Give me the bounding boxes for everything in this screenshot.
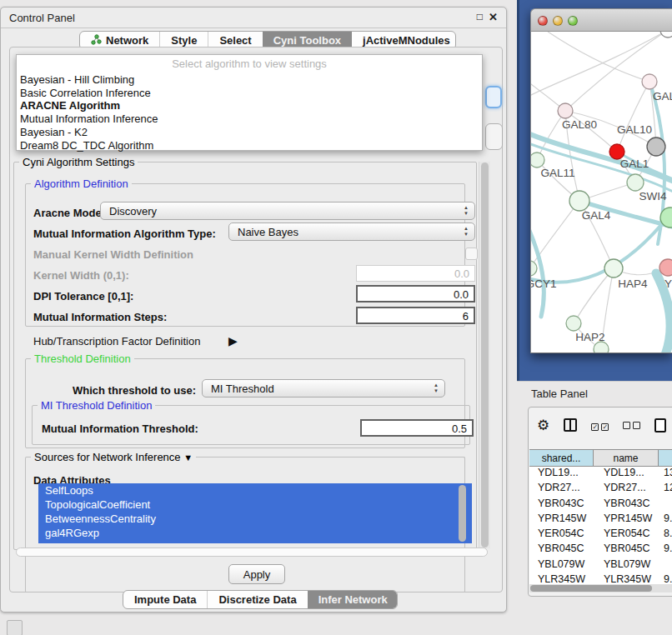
table-panel-title: Table Panel (531, 388, 588, 400)
network-node[interactable] (642, 74, 657, 89)
kernel-width-label: Kernel Width (0,1): (33, 269, 129, 282)
attribute-item[interactable]: SelfLoops (38, 483, 472, 498)
close-window-icon[interactable]: ✕ (489, 11, 498, 23)
tab-label: Network (106, 34, 148, 47)
table-horizontal-scrollbar[interactable] (529, 584, 672, 592)
tab-label: Select (219, 34, 251, 47)
unchecked-boxes-icon[interactable] (623, 418, 640, 432)
network-node[interactable] (627, 174, 644, 191)
cell-value: 13 (659, 467, 672, 482)
checkbox-glyph: ✓ (591, 423, 599, 431)
cell-shared-name: YDL19... (529, 467, 594, 482)
tab-label: Style (171, 34, 197, 47)
float-window-icon[interactable]: □ (477, 11, 483, 22)
table-row[interactable]: YBL079WYBL079W (529, 558, 672, 573)
settings-vertical-scrollbar[interactable] (479, 162, 490, 548)
network-node[interactable] (531, 261, 537, 276)
cell-shared-name: YPR145W (529, 512, 594, 528)
table-row[interactable]: YLR345WYLR345W9. (529, 573, 672, 584)
dropdown-item[interactable]: Mutual Information Inference (17, 112, 482, 126)
cell-name: YDR27... (594, 482, 659, 497)
cell-value: 12 (659, 482, 672, 497)
network-node[interactable] (660, 32, 672, 38)
network-window-titlebar[interactable] (530, 8, 672, 32)
mi-type-select[interactable]: Naive Bayes ▲▼ (228, 222, 475, 241)
attribute-item[interactable]: TopologicalCoefficient (38, 498, 472, 512)
tab-infer-network[interactable]: Infer Network (308, 591, 398, 608)
which-threshold-select[interactable]: MI Threshold ▲▼ (202, 379, 445, 398)
network-node[interactable] (647, 138, 665, 156)
table-rows: YDL19...YDL19...13YDR27...YDR27...12YBR0… (529, 467, 672, 584)
hub-definition-label[interactable]: Hub/Transcription Factor Definition (33, 335, 200, 348)
threshold-definition-title: Threshold Definition (31, 352, 134, 365)
panel-divider (517, 381, 672, 382)
table-row[interactable]: YDR27...YDR27...12 (529, 482, 672, 497)
table-row[interactable]: YER054CYER054C8. (529, 528, 672, 542)
column-header-a[interactable]: A (659, 449, 672, 467)
tab-label: jActiveMNodules (363, 34, 450, 47)
kernel-width-field[interactable]: 0.0 (356, 265, 475, 282)
network-node[interactable] (594, 342, 609, 353)
control-panel-window: Control Panel □ ✕ NetworkStyleSelectCyni… (0, 7, 507, 612)
network-view[interactable]: GAL80GALGAL10GAL1GAL11SWI4GAL4GCY1HAP4YH… (530, 32, 672, 353)
split-columns-icon[interactable] (564, 418, 577, 432)
dropdown-item[interactable]: Basic Correlation Inference (17, 87, 482, 100)
mi-threshold-label: Mutual Information Threshold: (42, 422, 198, 435)
tab-impute-data[interactable]: Impute Data (123, 591, 207, 608)
table-panel: ⚙ ✓✓ shared...nameA YDL19...YDL19...13YD… (528, 407, 672, 597)
cyni-settings-group-title: Cyni Algorithm Settings (19, 156, 138, 168)
network-edge (548, 32, 649, 82)
table-row[interactable]: YBR043CYBR043C (529, 498, 672, 512)
table-row[interactable]: YPR145WYPR145W9. (529, 512, 672, 528)
network-node[interactable] (558, 103, 573, 118)
mi-threshold-field[interactable]: 0.5 (360, 419, 474, 437)
bottom-left-icon[interactable] (7, 620, 23, 635)
cell-name: YBR045C (594, 542, 659, 558)
network-node[interactable] (569, 191, 589, 211)
gear-icon[interactable]: ⚙ (537, 418, 549, 432)
dropdown-item[interactable]: Bayesian - Hill Climbing (17, 73, 482, 87)
data-attributes-list[interactable]: SelfLoopsTopologicalCoefficientBetweenne… (38, 483, 472, 543)
cell-name: YDL19... (594, 467, 659, 482)
table-header-row: shared...nameA (529, 449, 672, 467)
manual-kernel-label: Manual Kernel Width Definition (33, 248, 193, 261)
checked-boxes-icon[interactable]: ✓✓ (591, 418, 609, 432)
column-header-shared[interactable]: shared... (529, 449, 594, 467)
dropdown-item[interactable]: ARACNE Algorithm (17, 99, 482, 112)
dropdown-item[interactable]: Bayesian - K2 (17, 126, 482, 139)
network-node-label: SWI4 (639, 190, 666, 202)
network-node[interactable] (604, 259, 623, 278)
table-row[interactable]: YDL19...YDL19...13 (529, 467, 672, 482)
mac-zoom-icon[interactable] (568, 16, 578, 26)
apply-button[interactable]: Apply (228, 564, 285, 584)
aracne-mode-select[interactable]: Discovery ▲▼ (100, 202, 475, 220)
dpi-tolerance-field[interactable]: 0.0 (356, 285, 475, 302)
mac-close-icon[interactable] (538, 16, 548, 26)
table-row[interactable]: YBR045CYBR045C9. (529, 542, 672, 558)
network-node-label: GAL1 (620, 158, 649, 170)
attribute-item[interactable]: gal4RGexp (38, 526, 472, 540)
column-header-name[interactable]: name (594, 449, 659, 467)
attr-list-scrollbar[interactable] (459, 485, 466, 542)
page-icon[interactable] (654, 418, 666, 432)
network-node[interactable] (659, 259, 672, 276)
dropdown-prompt: Select algorithm to view settings (17, 55, 482, 73)
cell-name: YBL079W (594, 558, 659, 573)
attribute-item[interactable]: BetweennessCentrality (38, 512, 472, 526)
expand-arrow-icon[interactable]: ▶ (228, 334, 238, 348)
collapse-arrow-icon[interactable]: ▼ (183, 452, 193, 462)
settings-horizontal-scrollbar[interactable] (16, 548, 488, 557)
tab-discretize-data[interactable]: Discretize Data (207, 591, 307, 608)
cell-shared-name: YBR043C (529, 498, 594, 512)
tab-label: Cyni Toolbox (273, 34, 341, 47)
mi-type-value: Naive Bayes (238, 226, 298, 238)
network-node-label: GAL11 (540, 167, 574, 179)
network-node[interactable] (566, 316, 581, 331)
manual-kernel-checkbox[interactable] (465, 248, 478, 260)
network-node[interactable] (531, 152, 544, 168)
mi-steps-field[interactable]: 6 (356, 307, 475, 324)
checkbox-glyph: ✓ (601, 423, 609, 431)
cell-shared-name: YER054C (529, 528, 594, 542)
dropdown-item[interactable]: Dream8 DC_TDC Algorithm (17, 139, 482, 152)
mac-minimize-icon[interactable] (553, 16, 563, 26)
